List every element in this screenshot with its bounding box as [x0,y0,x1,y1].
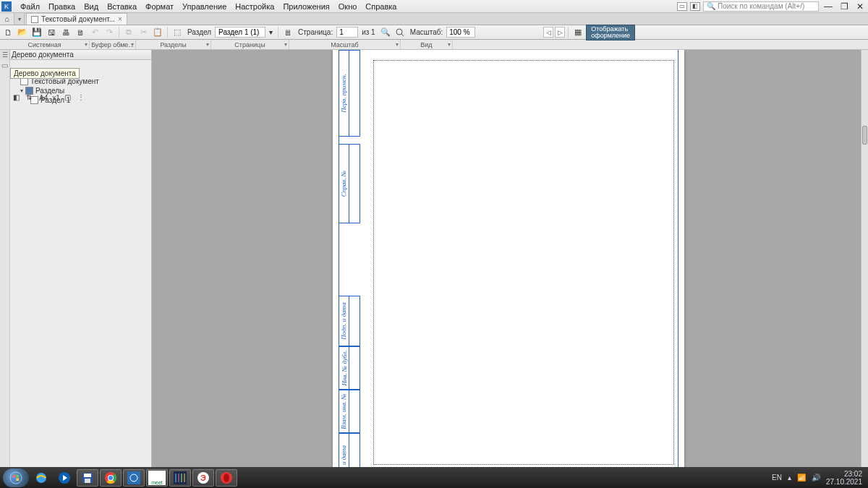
task-app2[interactable]: Э [192,469,214,487]
tray-lang[interactable]: EN [772,474,782,481]
maximize-button[interactable]: ❐ [838,1,851,12]
svg-point-0 [396,29,402,35]
minimize-button[interactable]: — [822,1,835,12]
section-icon[interactable]: ⬚ [171,26,184,38]
menu-manage[interactable]: Управление [178,2,231,11]
paste-button[interactable]: 📋 [151,26,164,38]
meet-label: meet [148,471,166,485]
group-clipboard: Буфер обме...▾ [90,40,136,49]
menu-view[interactable]: Вид [80,2,103,11]
system-tray: EN ▴ 📶 🔊 23:02 27.10.2021 [772,470,865,486]
svg-rect-6 [17,478,20,481]
vertical-scrollbar[interactable] [861,50,868,467]
toolbar-groups: Системная▾ Буфер обме...▾ Разделы▾ Стран… [0,40,868,50]
svg-rect-3 [13,475,16,478]
svg-rect-12 [85,479,90,483]
tool-icon-2[interactable]: ⇅ [26,93,35,102]
task-chrome[interactable] [100,469,122,487]
stamp-cell-5: Взам. инв. № [339,390,360,433]
grid-button[interactable]: ▦ [571,26,584,38]
home-button[interactable]: ⌂ [0,13,14,25]
section-select[interactable]: Раздел 1 (1) [215,27,265,38]
mode-btn-1[interactable]: ▭ [677,2,687,11]
close-button[interactable]: ✕ [854,1,867,12]
stamp-cell-2: Справ. № [339,144,360,223]
zoom-out-button[interactable] [393,26,407,38]
svg-point-2 [10,472,22,484]
document-tree-panel: ☰ Дерево документа ▭ Дерево документа Те… [0,50,152,467]
doc-icon [31,16,38,23]
menu-file[interactable]: Файл [16,2,44,11]
redo-button[interactable]: ↷ [103,26,116,38]
page-input[interactable] [336,27,358,38]
show-formatting-button[interactable]: Отображать оформление [586,25,635,40]
tray-volume-icon[interactable]: 🔊 [812,474,820,481]
stamp5-text: Взам. инв. № [340,393,347,429]
new-button[interactable]: 🗋 [1,26,14,38]
task-app1[interactable] [169,469,191,487]
prev-view-button[interactable]: ◁ [543,27,553,38]
open-button[interactable]: 📂 [16,26,29,38]
zoom-label: Масштаб: [408,28,446,36]
stamp4-text: Инв. № дубл. [340,350,347,385]
separator [167,27,168,38]
tab-close[interactable]: × [118,15,122,23]
stamp3-text: Подп. и дата [340,302,347,339]
cut-button[interactable]: ✂ [137,26,150,38]
task-meet[interactable]: meet [146,469,168,487]
stamp-column: Перв. примен. Справ. № Подп. и дата Инв.… [339,50,360,467]
menu-apps[interactable]: Приложения [278,2,333,11]
menu-window[interactable]: Окно [334,2,362,11]
tray-clock[interactable]: 23:02 27.10.2021 [826,470,865,486]
saveas-button[interactable]: 🖫 [45,26,58,38]
tab-view-icon[interactable]: ▭ [1,61,9,70]
tool-icon-4[interactable]: ⋮ [77,93,86,102]
tray-up-icon[interactable]: ▴ [788,474,791,481]
separator [119,27,119,38]
page: Перв. примен. Справ. № Подп. и дата Инв.… [333,50,684,467]
svg-point-28 [224,474,229,482]
copy-button[interactable]: ⧉ [122,26,135,38]
menu-help[interactable]: Справка [361,2,401,11]
task-save[interactable] [77,469,98,487]
scroll-thumb[interactable] [862,126,867,145]
save-button[interactable]: 💾 [30,26,43,38]
print-button[interactable]: 🖶 [59,26,72,38]
preview-button[interactable]: 🗎 [74,26,87,38]
next-view-button[interactable]: ▷ [555,27,565,38]
text-area[interactable] [373,60,674,465]
tray-network-icon[interactable]: 📶 [797,474,806,481]
tool-icon-3[interactable]: ▢ [64,93,73,102]
menu-format[interactable]: Формат [141,2,178,11]
task-wmp[interactable] [54,469,75,487]
panel-tab-strip: ▭ [0,60,10,467]
active-tab-label[interactable]: Дерево документа [10,68,80,79]
menu-settings[interactable]: Настройка [231,2,278,11]
group-zoom: Масштаб▾ [289,40,401,49]
menu-insert[interactable]: Вставка [103,2,141,11]
task-kompas[interactable] [123,469,145,487]
zoom-input[interactable] [446,27,475,38]
svg-rect-18 [127,471,140,484]
task-opera[interactable] [216,469,237,487]
separator [278,27,278,38]
mode-btn-2[interactable]: ◧ [690,2,700,11]
section-dropdown-icon[interactable]: ▾ [267,28,275,36]
app-logo: K [1,1,12,12]
svg-rect-5 [13,478,16,481]
home-dropdown[interactable]: ▾ [14,13,25,25]
command-search[interactable]: 🔍Поиск по командам (Alt+/) [703,1,819,12]
task-ie[interactable] [30,469,52,487]
start-button[interactable] [3,468,29,487]
clock-date: 27.10.2021 [826,478,862,486]
svg-rect-11 [84,474,91,477]
tool-icon-1[interactable]: ◧ [13,93,22,102]
canvas[interactable]: Перв. примен. Справ. № Подп. и дата Инв.… [152,50,861,467]
undo-button[interactable]: ↶ [88,26,101,38]
menu-edit[interactable]: Правка [44,2,80,11]
tab-document[interactable]: Текстовый документ... × [26,13,127,25]
zoom-fit-button[interactable]: 🔍 [379,26,392,38]
tree-icon[interactable]: ☰ [0,50,10,60]
deco-line2: оформление [591,33,630,39]
menubar: K Файл Правка Вид Вставка Формат Управле… [0,0,868,13]
